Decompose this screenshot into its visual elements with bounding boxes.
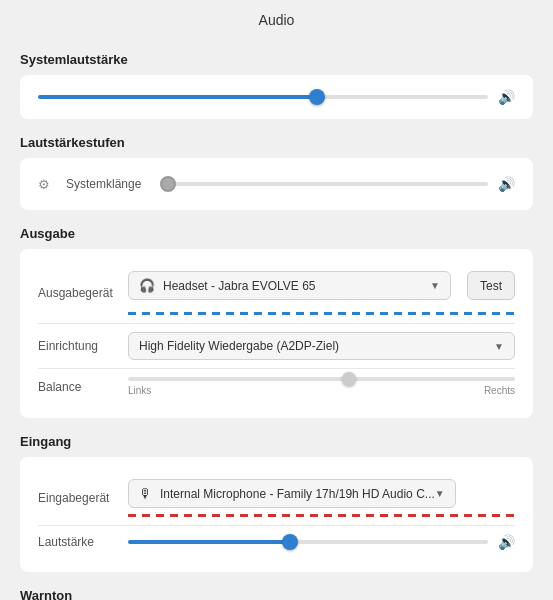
system-sounds-label: Systemklänge [66, 177, 141, 191]
volume-steps-section-label: Lautstärkestufen [20, 135, 533, 150]
input-volume-label: Lautstärke [38, 535, 128, 549]
input-device-value: Internal Microphone - Family 17h/19h HD … [160, 487, 435, 501]
output-setup-arrow: ▼ [494, 341, 504, 352]
input-volume-icon: 🔊 [498, 534, 515, 550]
input-volume-fill [128, 540, 290, 544]
input-device-label: Eingabegerät [38, 491, 128, 505]
input-section-label: Eingang [20, 434, 533, 449]
output-device-dropdown[interactable]: 🎧 Headset - Jabra EVOLVE 65 ▼ [128, 271, 451, 300]
headset-icon: 🎧 [139, 278, 155, 293]
output-setup-dropdown[interactable]: High Fidelity Wiedergabe (A2DP-Ziel) ▼ [128, 332, 515, 360]
input-device-arrow: ▼ [435, 488, 445, 499]
system-sounds-volume-icon: 🔊 [498, 176, 515, 192]
input-device-dropdown[interactable]: 🎙 Internal Microphone - Family 17h/19h H… [128, 479, 456, 508]
system-volume-fill [38, 95, 317, 99]
gear-icon: ⚙ [38, 177, 50, 192]
system-volume-thumb[interactable] [309, 89, 325, 105]
system-sounds-track[interactable] [161, 182, 488, 186]
system-volume-icon: 🔊 [498, 89, 515, 105]
balance-right-label: Rechts [484, 385, 515, 396]
balance-track[interactable] [128, 377, 515, 381]
balance-thumb[interactable] [342, 372, 356, 386]
output-device-dash [128, 312, 515, 315]
input-volume-track[interactable] [128, 540, 488, 544]
input-volume-thumb[interactable] [282, 534, 298, 550]
input-device-dash [128, 514, 515, 517]
mic-icon: 🎙 [139, 486, 152, 501]
output-device-value: Headset - Jabra EVOLVE 65 [163, 279, 316, 293]
output-device-label: Ausgabegerät [38, 286, 128, 300]
output-setup-label: Einrichtung [38, 339, 128, 353]
output-device-arrow: ▼ [430, 280, 440, 291]
balance-container: Links Rechts [128, 377, 515, 396]
balance-left-label: Links [128, 385, 151, 396]
test-button[interactable]: Test [467, 271, 515, 300]
output-section-label: Ausgabe [20, 226, 533, 241]
balance-label: Balance [38, 380, 128, 394]
system-volume-section-label: Systemlautstärke [20, 52, 533, 67]
alert-section-label: Warnton [20, 588, 533, 600]
system-sounds-thumb[interactable] [160, 176, 176, 192]
output-setup-value: High Fidelity Wiedergabe (A2DP-Ziel) [139, 339, 339, 353]
page-title: Audio [0, 0, 553, 36]
system-volume-track[interactable] [38, 95, 488, 99]
